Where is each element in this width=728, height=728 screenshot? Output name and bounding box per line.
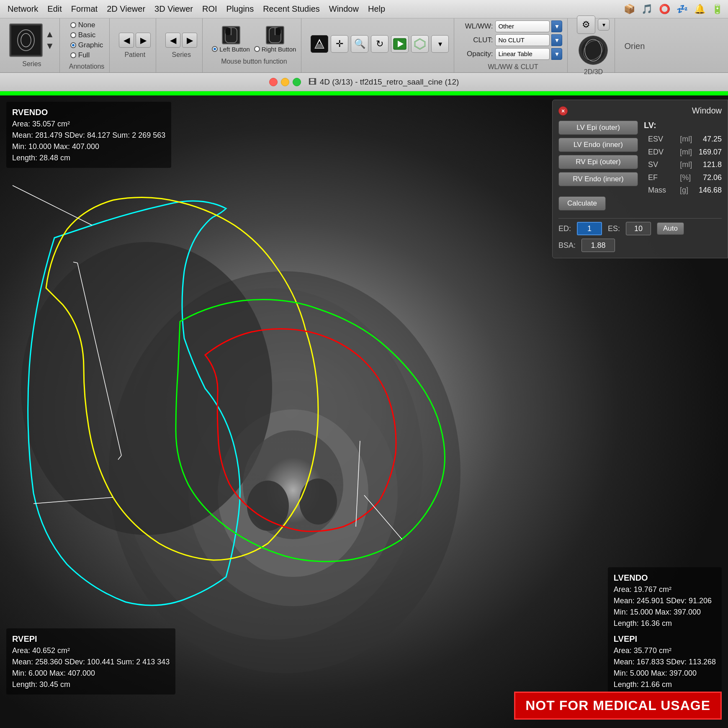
zoom-tool-icon[interactable]: 🔍 [351, 35, 368, 53]
wl-select[interactable]: Other [495, 21, 550, 32]
series-prev-btn[interactable]: ◀ [165, 33, 180, 48]
radio-basic[interactable]: Basic [70, 31, 103, 39]
wl-label: WL/WW: [463, 22, 493, 31]
series-thumbnail[interactable] [9, 23, 43, 57]
main-view[interactable]: RVENDO Area: 35.057 cm² Mean: 281.479 SD… [0, 95, 728, 728]
ed-input[interactable] [577, 222, 602, 235]
series-arrow-down[interactable]: ▼ [45, 41, 54, 51]
series2-label: Series [172, 51, 191, 59]
es-input[interactable] [626, 222, 651, 235]
menu-help[interactable]: Help [364, 3, 389, 15]
opacity-select-arrow[interactable]: ▼ [551, 48, 562, 60]
lvepi-mean: Mean: 167.833 SDev: 113.268 [614, 656, 716, 668]
polygon-tool-icon[interactable] [411, 35, 429, 53]
stats-window-label: Window [692, 106, 722, 116]
calculate-button[interactable]: Calculate [558, 196, 606, 211]
lv-mass-key: Mass [648, 184, 677, 197]
lv-edv-row: EDV [ml] 169.07 [648, 146, 722, 159]
rvepi-length: Length: 30.45 cm [12, 679, 170, 690]
menu-recent-studies[interactable]: Recent Studies [259, 3, 324, 15]
lv-edv-key: EDV [648, 146, 677, 159]
lv-epi-button[interactable]: LV Epi (outer) [558, 121, 638, 135]
left-button-radio-dot [212, 46, 218, 52]
left-button-radio[interactable]: Left Button [212, 46, 250, 53]
series-arrow-up[interactable]: ▲ [45, 29, 54, 40]
auto-button[interactable]: Auto [657, 222, 684, 235]
patient-nav-section: ◀ ▶ Patient [114, 18, 156, 72]
lv-ef-unit: [%] [680, 171, 696, 184]
lv-ef-key: EF [648, 171, 677, 184]
wifi-icon[interactable]: 🔋 [710, 2, 725, 17]
dropbox-icon[interactable]: 📦 [622, 2, 637, 17]
right-button-radio[interactable]: Right Button [254, 46, 296, 53]
ed-es-row: ED: ES: Auto [558, 222, 722, 235]
wl-tool-icon[interactable] [311, 35, 328, 53]
menubar-right-icons: 📦 🎵 ⭕ 💤 🔔 🔋 [622, 2, 725, 17]
rv-endo-button[interactable]: RV Endo (inner) [558, 172, 638, 186]
rvepi-area: Area: 40.652 cm² [12, 645, 170, 656]
menu-plugins[interactable]: Plugins [222, 3, 258, 15]
radio-graphic[interactable]: Graphic [70, 41, 103, 49]
menu-3dviewer[interactable]: 3D Viewer [150, 3, 197, 15]
stats-close-btn[interactable]: × [558, 106, 568, 116]
radio-full-dot [70, 52, 76, 58]
menu-2dviewer[interactable]: 2D Viewer [103, 3, 149, 15]
lv-endo-button[interactable]: LV Endo (inner) [558, 138, 638, 152]
menu-window[interactable]: Window [325, 3, 363, 15]
titlebar-max-btn[interactable] [293, 78, 301, 86]
more-tools-icon[interactable]: ▾ [431, 35, 449, 53]
svg-line-34 [118, 455, 121, 460]
wlww-section: WL/WW: Other ▼ CLUT: No CLUT ▼ Opacity: … [458, 18, 568, 72]
lv-esv-val: 47.25 [699, 133, 722, 146]
spotify-icon[interactable]: 🎵 [639, 2, 654, 17]
rv-epi-button[interactable]: RV Epi (outer) [558, 155, 638, 169]
orient-section: Orien [619, 18, 650, 72]
titlebar-min-btn[interactable] [281, 78, 289, 86]
menu-network[interactable]: Network [3, 3, 42, 15]
tool-icons-row: ✛ 🔍 ↻ ▾ [311, 35, 449, 53]
lvendo-mean: Mean: 245.901 SDev: 91.206 [614, 595, 716, 607]
opacity-select[interactable]: Linear Table [495, 48, 550, 60]
menu-edit[interactable]: Edit [43, 3, 66, 15]
patient-next-btn[interactable]: ▶ [136, 33, 151, 48]
lvepi-title: LVEPI [614, 633, 716, 645]
move-tool-icon[interactable]: ✛ [331, 35, 348, 53]
lv-ef-row: EF [%] 72.06 [648, 171, 722, 184]
clut-row: CLUT: No CLUT ▼ [463, 34, 562, 46]
radio-full[interactable]: Full [70, 51, 103, 59]
titlebar-close-btn[interactable] [269, 78, 278, 86]
circle-icon[interactable]: ⭕ [657, 2, 672, 17]
3d-view-thumb[interactable] [579, 36, 608, 65]
clut-select-arrow[interactable]: ▼ [551, 34, 562, 46]
wl-select-arrow[interactable]: ▼ [551, 21, 562, 32]
stats-divider [558, 218, 722, 219]
zzz-icon[interactable]: 💤 [674, 2, 689, 17]
lv-header: LV: [644, 121, 722, 130]
lv-table: ESV [ml] 47.25 EDV [ml] 169.07 SV [ml] 1… [648, 133, 722, 197]
lvendo-minmax: Min: 15.000 Max: 397.000 [614, 607, 716, 618]
refresh-tool-icon[interactable]: ↻ [371, 35, 388, 53]
lvepi-minmax: Min: 5.000 Max: 397.000 [614, 668, 716, 679]
lvendo-length: Length: 16.36 cm [614, 618, 716, 629]
bsa-input[interactable] [581, 239, 615, 252]
cine-tool-icon[interactable] [391, 35, 409, 53]
lv-esv-key: ESV [648, 133, 677, 146]
bell-icon[interactable]: 🔔 [692, 2, 707, 17]
settings-section: ⚙ ▾ 2D/3D [572, 18, 615, 72]
gear-button[interactable]: ⚙ [577, 15, 595, 34]
patient-prev-btn[interactable]: ◀ [119, 33, 134, 48]
radio-none[interactable]: None [70, 21, 103, 29]
lv-sv-unit: [ml] [680, 158, 696, 171]
menu-roi[interactable]: ROI [198, 3, 221, 15]
menu-format[interactable]: Format [67, 3, 102, 15]
rvepi-title: RVEPI [12, 633, 170, 645]
series-next-btn[interactable]: ▶ [182, 33, 197, 48]
svg-line-31 [364, 495, 402, 539]
gear-btn2[interactable]: ▾ [598, 19, 610, 31]
lvendo-title: LVENDO [614, 571, 716, 584]
opacity-label: Opacity: [463, 50, 493, 58]
wlww-label: WL/WW & CLUT [488, 63, 538, 71]
annotations-label: Annotations [69, 63, 105, 70]
clut-select[interactable]: No CLUT [495, 34, 550, 46]
lv-edv-val: 169.07 [699, 146, 722, 159]
